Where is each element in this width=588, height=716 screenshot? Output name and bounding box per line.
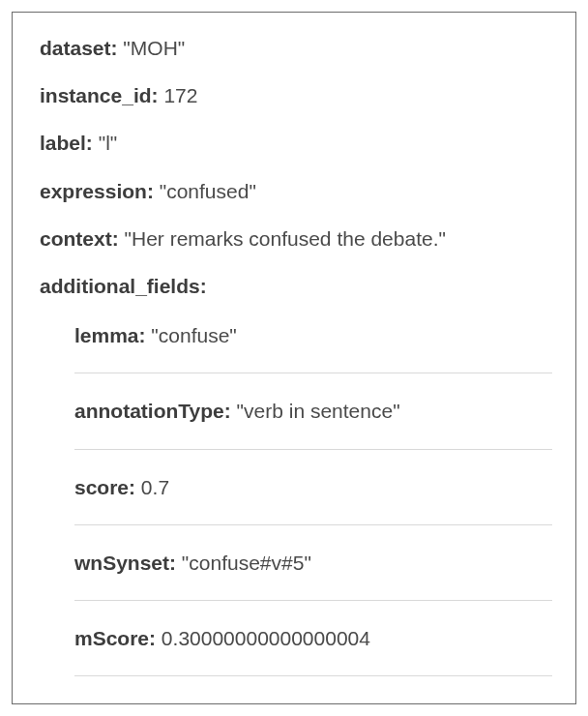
divider [74,675,552,676]
field-key: lemma: [74,324,146,346]
additional-fields-block: lemma: "confuse" annotationType: "verb i… [74,323,552,704]
field-value: "confuse" [146,324,237,346]
field-score: score: 0.7 [74,475,552,499]
field-key: label: [40,132,93,154]
record-panel: dataset: "MOH" instance_id: 172 label: "… [12,12,576,704]
divider [74,524,552,525]
field-label: label: "l" [40,131,552,155]
field-value: "confused" [154,180,256,202]
field-value: 0.30000000000000004 [156,627,370,649]
field-key: context: [40,227,119,250]
field-key: expression: [40,180,154,202]
field-value: "VERB" [124,702,199,704]
divider [74,600,552,601]
field-value: "verb in sentence" [231,400,400,422]
field-value: "MOH" [118,37,186,59]
field-mscore: mScore: 0.30000000000000004 [74,626,552,650]
field-key: annotationType: [74,400,231,422]
field-context: context: "Her remarks confused the debat… [40,226,552,251]
field-key: dataset: [40,37,118,59]
field-dataset: dataset: "MOH" [40,36,552,60]
field-key: instance_id: [40,84,159,106]
field-value: "Her remarks confused the debate." [119,227,446,250]
field-value: "l" [93,132,117,154]
field-value: 0.7 [135,476,169,498]
field-lemma: lemma: "confuse" [74,323,552,347]
field-key: POS: [74,702,124,704]
field-additional-fields: additional_fields: [40,274,552,298]
field-wnsynset: wnSynset: "confuse#v#5" [74,551,552,575]
field-value: "confuse#v#5" [176,552,311,574]
field-key: score: [74,476,135,498]
field-key: additional_fields: [40,275,207,297]
divider [74,449,552,450]
divider [74,373,552,373]
field-annotation-type: annotationType: "verb in sentence" [74,399,552,423]
field-expression: expression: "confused" [40,179,552,203]
field-pos: POS: "VERB" [74,701,552,704]
field-key: mScore: [74,627,156,649]
field-instance-id: instance_id: 172 [40,83,552,107]
field-key: wnSynset: [74,552,176,574]
field-value: 172 [159,84,198,106]
